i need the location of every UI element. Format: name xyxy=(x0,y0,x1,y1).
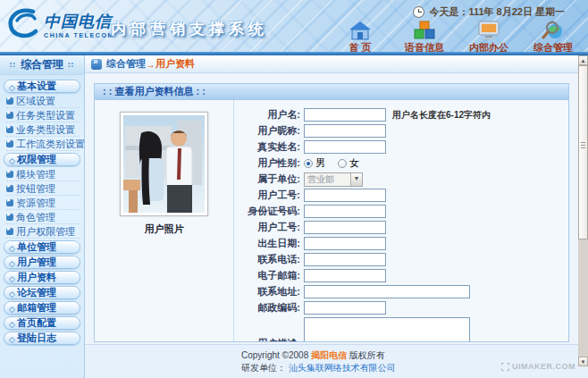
menu-label: 工作流类别设置 xyxy=(16,138,85,151)
sidebar-item-任务类型设置[interactable]: 任务类型设置 xyxy=(6,109,80,122)
sidebar-item-业务类型设置[interactable]: 业务类型设置 xyxy=(6,123,80,137)
radio-icon[interactable] xyxy=(338,159,347,168)
arrow-bullet-icon xyxy=(6,199,13,206)
work-id-2-input[interactable] xyxy=(304,221,386,234)
gender-option-女[interactable]: 女 xyxy=(338,156,359,170)
diamond-icon xyxy=(9,318,17,329)
sidebar-group-首页配置[interactable]: 首页配置 xyxy=(4,316,80,330)
description-textarea[interactable] xyxy=(304,317,470,342)
admin-magnifier-icon xyxy=(542,21,565,40)
username-input[interactable] xyxy=(304,108,386,122)
arrow-bullet-icon xyxy=(6,112,13,119)
nav-item-voice-info[interactable]: 语音信息 xyxy=(397,21,452,52)
phone-input[interactable] xyxy=(304,253,386,266)
form-row-unit: 属于单位:营业部 xyxy=(234,172,568,186)
sidebar-group-单位管理[interactable]: 单位管理 xyxy=(4,240,80,254)
real-name-label: 真实姓名: xyxy=(234,140,304,154)
dev-company-link[interactable]: 汕头集联网络技术有限公司 xyxy=(289,363,396,373)
content-area: : : 查看用户资料信息 : : xyxy=(85,73,588,344)
scroll-down-button[interactable] xyxy=(578,357,588,366)
unit-select[interactable]: 营业部 xyxy=(304,172,363,187)
nav-item-internal-office[interactable]: 内部办公 xyxy=(461,21,517,52)
menu-label: 资源管理 xyxy=(16,197,55,210)
work-id-input[interactable] xyxy=(304,189,386,202)
sidebar-group-基本设置[interactable]: 基本设置 xyxy=(4,80,80,93)
address-input[interactable] xyxy=(304,285,470,298)
menu-label: 业务类型设置 xyxy=(16,123,75,137)
radio-icon[interactable] xyxy=(304,159,313,168)
real-name-input[interactable] xyxy=(304,140,386,154)
watermark: UIMAKER.COM xyxy=(501,362,575,371)
user-photo-image xyxy=(123,115,205,213)
description-label: 用户描述: xyxy=(234,337,304,343)
china-telecom-logo-icon xyxy=(6,6,42,42)
id-card-label: 身份证号码: xyxy=(234,205,304,218)
nav-label: 首 页 xyxy=(332,41,388,52)
brand-logo: 中国电信 CHINA TELECOM xyxy=(6,6,114,42)
footer: Copyright ©2008 揭阳电信 版权所有 研发单位： 汕头集联网络技术… xyxy=(85,344,588,378)
header: 中国电信 CHINA TELECOM 内部营销支撑系统 今天是：111年 8月2… xyxy=(0,0,588,52)
scroll-up-button[interactable] xyxy=(578,55,588,65)
sidebar-item-按钮管理[interactable]: 按钮管理 xyxy=(6,182,80,196)
sidebar-group-用户管理[interactable]: 用户管理 xyxy=(4,256,80,269)
clock-icon xyxy=(413,6,424,18)
birth-date-label: 出生日期: xyxy=(234,237,304,250)
zip-code-label: 邮政编码: xyxy=(234,301,304,315)
form-row-address: 联系地址: xyxy=(234,285,568,298)
menu-label: 权限管理 xyxy=(17,153,56,166)
sidebar-title: 综合管理 xyxy=(21,57,63,72)
breadcrumb-arrow: → xyxy=(146,59,155,70)
date-text: 今天是：111年 8月22日 星期一 xyxy=(429,5,565,19)
radio-label: 女 xyxy=(349,156,359,170)
breadcrumb: 综合管理 → 用户资料 xyxy=(85,55,588,73)
sidebar-item-资源管理[interactable]: 资源管理 xyxy=(6,197,80,210)
email-label: 电子邮箱: xyxy=(234,269,304,282)
arrow-bullet-icon xyxy=(6,97,13,105)
nickname-input[interactable] xyxy=(304,124,386,138)
sidebar-group-权限管理[interactable]: 权限管理 xyxy=(4,153,80,166)
sidebar-group-论坛管理[interactable]: 论坛管理 xyxy=(4,286,80,299)
form-row-birth-date: 出生日期: xyxy=(234,237,568,250)
diamond-icon xyxy=(9,303,17,314)
sidebar-item-区域设置[interactable]: 区域设置 xyxy=(6,95,80,108)
sidebar-menu: 基本设置区域设置任务类型设置业务类型设置工作流类别设置权限管理模块管理按钮管理资… xyxy=(0,75,84,349)
diamond-icon xyxy=(9,155,17,165)
nav-item-home[interactable]: 首 页 xyxy=(332,21,388,52)
photo-caption: 用户照片 xyxy=(145,223,184,236)
phone-label: 联系电话: xyxy=(234,253,304,266)
sidebar-item-工作流类别设置[interactable]: 工作流类别设置 xyxy=(6,138,80,151)
form-row-nickname: 用户昵称: xyxy=(234,124,568,138)
sidebar-group-邮箱管理[interactable]: 邮箱管理 xyxy=(4,301,80,315)
system-title: 内部营销支撑系统 xyxy=(111,19,268,39)
scrollbar-thumb[interactable] xyxy=(578,65,588,239)
vertical-scrollbar[interactable] xyxy=(578,55,588,366)
user-info-panel: : : 查看用户资料信息 : : xyxy=(94,83,569,342)
form-row-work-id-2: 用户工号: xyxy=(234,221,568,234)
menu-label: 基本设置 xyxy=(17,80,56,93)
sidebar-group-登陆日志[interactable]: 登陆日志 xyxy=(4,332,80,345)
sidebar-item-模块管理[interactable]: 模块管理 xyxy=(6,168,80,181)
diamond-icon xyxy=(9,242,17,253)
arrow-bullet-icon xyxy=(6,228,13,235)
sidebar-item-用户权限管理[interactable]: 用户权限管理 xyxy=(6,225,80,239)
id-card-input[interactable] xyxy=(304,205,386,218)
nav-item-admin[interactable]: 综合管理 xyxy=(525,21,581,52)
breadcrumb-icon xyxy=(91,59,102,70)
username-hint: 用户名长度在6-12字符内 xyxy=(392,109,491,122)
address-label: 联系地址: xyxy=(234,285,304,298)
breadcrumb-section[interactable]: 综合管理 xyxy=(106,57,146,71)
chevron-down-icon[interactable] xyxy=(350,173,362,186)
sidebar-item-角色管理[interactable]: 角色管理 xyxy=(6,211,80,224)
email-input[interactable] xyxy=(304,269,386,282)
nav-label: 综合管理 xyxy=(525,41,581,52)
sidebar-group-用户资料[interactable]: 用户资料 xyxy=(4,271,80,284)
diamond-icon xyxy=(9,273,17,283)
zip-code-input[interactable] xyxy=(304,301,386,315)
gender-option-男[interactable]: 男 xyxy=(304,156,325,170)
menu-label: 按钮管理 xyxy=(16,182,55,196)
form-row-zip-code: 邮政编码: xyxy=(234,301,568,315)
photo-column: 用户照片 xyxy=(95,100,234,342)
birth-date-input[interactable] xyxy=(304,237,386,250)
gender-label: 用户性别: xyxy=(234,156,304,170)
arrow-bullet-icon xyxy=(6,171,13,178)
